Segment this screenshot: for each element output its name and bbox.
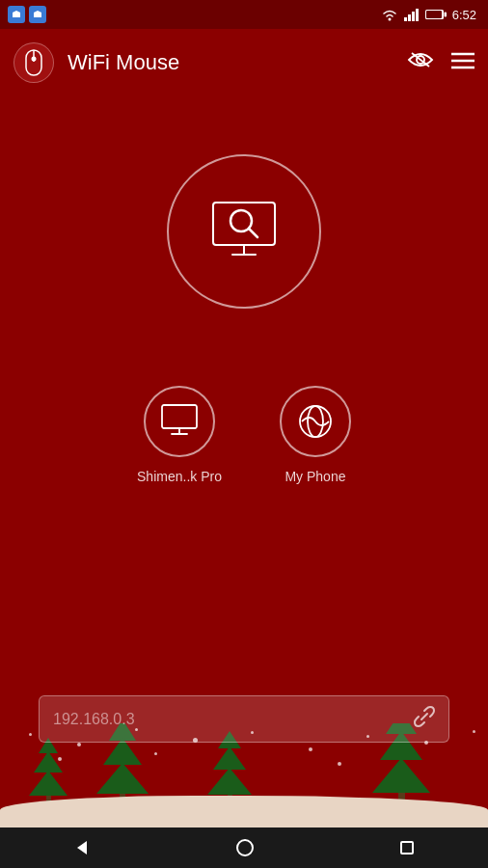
svg-point-10 (32, 57, 37, 62)
svg-rect-3 (412, 12, 415, 21)
status-time: 6:52 (452, 8, 476, 22)
svg-rect-2 (408, 14, 411, 21)
device-label-myphone: My Phone (285, 469, 345, 484)
status-bar-right: 6:52 (381, 8, 476, 22)
status-bar: 6:52 (0, 0, 488, 29)
home-button[interactable] (236, 839, 254, 856)
notification-icon-2 (29, 6, 46, 23)
wifi-icon (381, 8, 398, 21)
svg-point-0 (388, 18, 391, 21)
tree-1 (29, 734, 68, 802)
back-button[interactable] (73, 839, 91, 856)
svg-rect-7 (426, 11, 442, 18)
app-header: WiFi Mouse (0, 29, 488, 96)
app-title: WiFi Mouse (68, 50, 407, 75)
svg-line-20 (249, 229, 258, 237)
svg-marker-26 (77, 841, 87, 854)
svg-rect-16 (213, 203, 275, 245)
device-item-myphone[interactable]: My Phone (280, 386, 351, 484)
svg-rect-6 (444, 13, 447, 17)
menu-icon[interactable] (451, 50, 474, 75)
main-content: Shimen..k Pro My Phone (0, 96, 488, 484)
device-circle-myphone (280, 386, 351, 457)
recents-button[interactable] (399, 840, 415, 855)
ip-input-container (39, 695, 449, 743)
svg-rect-28 (401, 842, 413, 854)
ip-input-wrapper (39, 695, 449, 743)
svg-rect-4 (416, 9, 419, 21)
signal-icon (404, 8, 420, 21)
svg-point-27 (237, 840, 253, 855)
nav-bar (0, 827, 488, 868)
device-item-shimen[interactable]: Shimen..k Pro (137, 386, 222, 484)
ip-address-input[interactable] (53, 711, 414, 728)
battery-icon (425, 9, 447, 20)
monitor-search-icon (205, 201, 283, 263)
device-label-shimen: Shimen..k Pro (137, 469, 222, 484)
device-list: Shimen..k Pro My Phone (0, 386, 488, 484)
device-circle-shimen (144, 386, 215, 457)
connect-link-icon[interactable] (414, 706, 435, 732)
svg-rect-21 (162, 405, 197, 428)
notification-icon-1 (8, 6, 25, 23)
status-bar-left (8, 6, 46, 23)
scan-icon[interactable] (407, 50, 434, 75)
snow-ground (0, 796, 488, 829)
svg-rect-1 (404, 17, 407, 21)
header-icons (407, 50, 474, 75)
app-logo (14, 42, 54, 83)
search-computers-button[interactable] (167, 154, 321, 309)
mouse-icon (23, 49, 44, 76)
